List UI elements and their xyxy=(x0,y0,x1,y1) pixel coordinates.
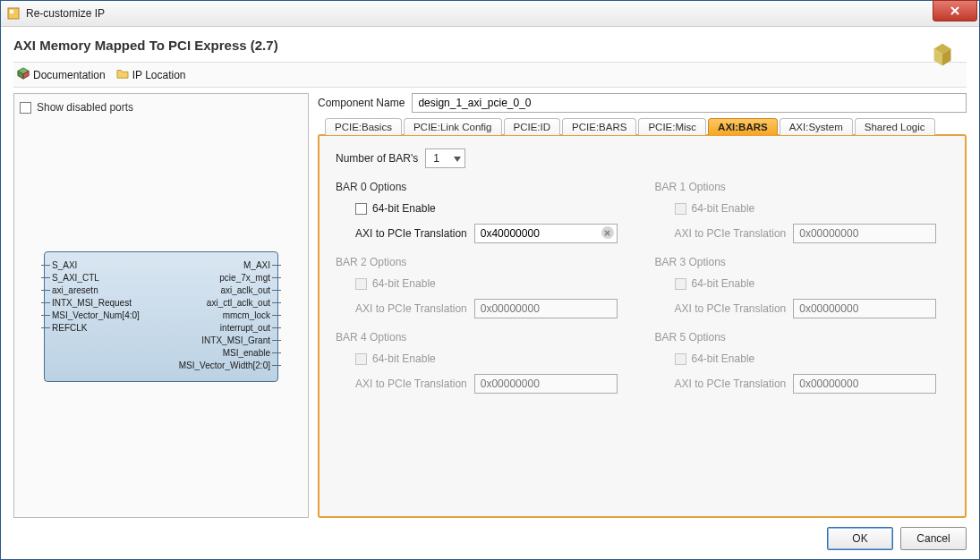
cancel-button[interactable]: Cancel xyxy=(900,527,967,550)
bar-2-section: BAR 2 Options64-bit EnableAXI to PCIe Tr… xyxy=(336,256,630,318)
chevron-down-icon xyxy=(454,152,461,165)
bar-2-translation-label: AXI to PCIe Translation xyxy=(355,302,467,315)
bar-3-translation-input xyxy=(793,299,936,318)
bar-2-title: BAR 2 Options xyxy=(336,256,630,268)
port-left: S_AXI_CTL xyxy=(50,272,140,284)
clear-icon[interactable] xyxy=(601,226,614,239)
port-right: M_AXI xyxy=(243,259,272,272)
num-bars-label: Number of BAR's xyxy=(336,152,418,165)
bar-4-translation-label: AXI to PCIe Translation xyxy=(355,378,467,390)
bar-1-64bit-enable: 64-bit Enable xyxy=(675,202,950,215)
bar-0-translation-label: AXI to PCIe Translation xyxy=(355,227,467,240)
bar-1-section: BAR 1 Options64-bit EnableAXI to PCIe Tr… xyxy=(655,181,950,243)
tab-axi-system[interactable]: AXI:System xyxy=(780,118,853,135)
bar-5-title: BAR 5 Options xyxy=(655,331,950,344)
checkbox-icon xyxy=(355,278,367,290)
checkbox-icon xyxy=(355,353,367,365)
show-disabled-label: Show disabled ports xyxy=(37,101,133,114)
bar-3-section: BAR 3 Options64-bit EnableAXI to PCIe Tr… xyxy=(655,256,950,318)
bar-0-64bit-enable[interactable]: 64-bit Enable xyxy=(355,202,630,215)
enable64-label: 64-bit Enable xyxy=(372,202,436,215)
bar-0-translation-input[interactable] xyxy=(474,224,618,243)
bar-3-64bit-enable: 64-bit Enable xyxy=(675,277,950,290)
component-name-input[interactable] xyxy=(412,93,967,113)
checkbox-icon xyxy=(675,353,686,365)
component-name-label: Component Name xyxy=(318,97,405,109)
svg-rect-1 xyxy=(10,10,13,13)
checkbox-icon xyxy=(675,203,686,215)
window-title: Re-customize IP xyxy=(26,7,933,20)
close-button[interactable] xyxy=(933,0,977,21)
port-right: mmcm_lock xyxy=(223,310,272,322)
documentation-label: Documentation xyxy=(33,69,106,81)
bar-3-title: BAR 3 Options xyxy=(655,256,950,268)
bar-1-translation-input xyxy=(793,224,936,243)
bar-5-section: BAR 5 Options64-bit EnableAXI to PCIe Tr… xyxy=(655,331,950,394)
port-right: axi_aclk_out xyxy=(220,284,272,297)
vendor-logo-icon xyxy=(925,40,959,77)
preview-pane: Show disabled ports S_AXIS_AXI_CTLaxi_ar… xyxy=(13,93,309,518)
bar-5-64bit-enable: 64-bit Enable xyxy=(675,352,950,365)
checkbox-icon xyxy=(675,278,686,290)
port-right: interrupt_out xyxy=(220,322,272,335)
checkbox-icon xyxy=(20,102,31,114)
port-left: INTX_MSI_Request xyxy=(50,297,140,310)
cube-icon xyxy=(17,67,30,82)
show-disabled-ports-checkbox[interactable]: Show disabled ports xyxy=(20,99,303,121)
bar-1-title: BAR 1 Options xyxy=(655,181,950,193)
enable64-label: 64-bit Enable xyxy=(692,202,755,215)
port-left: axi_aresetn xyxy=(50,284,140,297)
ip-block-diagram: S_AXIS_AXI_CTLaxi_aresetnINTX_MSI_Reques… xyxy=(44,251,278,382)
port-right: INTX_MSI_Grant xyxy=(201,335,272,347)
bar-4-section: BAR 4 Options64-bit EnableAXI to PCIe Tr… xyxy=(336,331,630,394)
tab-pcie-basics[interactable]: PCIE:Basics xyxy=(325,118,402,135)
enable64-label: 64-bit Enable xyxy=(372,277,436,290)
port-left: REFCLK xyxy=(50,322,140,335)
port-right: axi_ctl_aclk_out xyxy=(207,297,272,310)
checkbox-icon xyxy=(355,203,367,215)
folder-icon xyxy=(116,68,129,81)
port-right: pcie_7x_mgt xyxy=(219,272,272,284)
bar-0-title: BAR 0 Options xyxy=(336,181,630,193)
bar-1-translation-label: AXI to PCIe Translation xyxy=(675,227,787,240)
enable64-label: 64-bit Enable xyxy=(692,352,755,365)
bar-5-translation-input xyxy=(793,374,936,394)
tab-shared-logic[interactable]: Shared Logic xyxy=(855,118,935,135)
tab-axi-bars[interactable]: AXI:BARS xyxy=(708,118,778,135)
titlebar[interactable]: Re-customize IP xyxy=(1,1,979,27)
enable64-label: 64-bit Enable xyxy=(692,277,755,290)
port-left: S_AXI xyxy=(50,259,140,272)
tab-pcie-id[interactable]: PCIE:ID xyxy=(504,118,561,135)
tab-content-axi-bars: Number of BAR's 1 BAR 0 Options64-bit En… xyxy=(318,134,967,518)
bar-3-translation-label: AXI to PCIe Translation xyxy=(675,302,787,315)
app-icon xyxy=(6,6,21,21)
bar-4-title: BAR 4 Options xyxy=(336,331,630,344)
bar-2-translation-input xyxy=(474,299,618,318)
tab-pcie-misc[interactable]: PCIE:Misc xyxy=(638,118,706,135)
toolbar: Documentation IP Location xyxy=(13,62,967,88)
tab-pcie-bars[interactable]: PCIE:BARS xyxy=(562,118,636,135)
bar-0-section: BAR 0 Options64-bit EnableAXI to PCIe Tr… xyxy=(336,181,630,243)
documentation-link[interactable]: Documentation xyxy=(13,65,109,84)
tab-bar: PCIE:BasicsPCIE:Link ConfigPCIE:IDPCIE:B… xyxy=(318,118,967,135)
bar-2-64bit-enable: 64-bit Enable xyxy=(355,277,630,290)
port-left: MSI_Vector_Num[4:0] xyxy=(50,310,140,322)
page-title: AXI Memory Mapped To PCI Express (2.7) xyxy=(13,38,967,53)
bar-4-64bit-enable: 64-bit Enable xyxy=(355,352,630,365)
num-bars-select[interactable]: 1 xyxy=(425,148,465,168)
ip-location-link[interactable]: IP Location xyxy=(113,66,190,83)
bar-5-translation-label: AXI to PCIe Translation xyxy=(675,378,787,390)
ip-location-label: IP Location xyxy=(132,69,186,81)
port-right: MSI_Vector_Width[2:0] xyxy=(179,360,272,372)
num-bars-value: 1 xyxy=(433,152,439,165)
ok-button[interactable]: OK xyxy=(827,527,893,550)
enable64-label: 64-bit Enable xyxy=(372,352,436,365)
bar-4-translation-input xyxy=(474,374,618,394)
tab-pcie-link-config[interactable]: PCIE:Link Config xyxy=(404,118,502,135)
port-right: MSI_enable xyxy=(223,347,272,360)
